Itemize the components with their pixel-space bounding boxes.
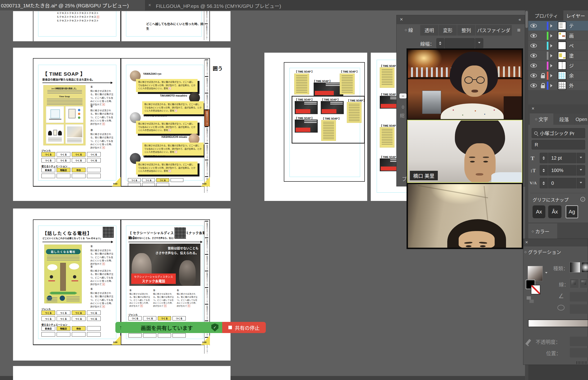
document-tab-active[interactable]: 0200713_1Mたたき台.ai* @ 25% (RGB/GPU プレビュー)	[0, 0, 145, 10]
layer-row[interactable]: 画	[528, 31, 588, 41]
chevron-right-icon[interactable]	[550, 54, 554, 57]
layer-row[interactable]: ペ	[528, 41, 588, 51]
layer-row[interactable]: 余	[528, 71, 588, 81]
visibility-toggle[interactable]	[528, 83, 539, 88]
stop-share-button[interactable]: 共有の停止	[222, 322, 266, 333]
chevron-right-icon[interactable]	[550, 64, 554, 67]
layer-name[interactable]: 画	[569, 32, 574, 39]
tab-pathfinder[interactable]: パスファインダ	[476, 25, 512, 36]
participant-video-2[interactable]: 橋口 美里	[407, 120, 522, 183]
chevron-right-icon[interactable]	[550, 44, 554, 47]
artboard-partial[interactable]	[13, 366, 230, 380]
tab-gradient[interactable]: ◇グラデーション	[525, 247, 561, 257]
tab-stroke[interactable]: ◇線	[398, 24, 420, 36]
vertical-scale-dropdown[interactable]	[577, 165, 585, 175]
panel-resize-grip[interactable]	[576, 361, 588, 364]
snap-xheight-button[interactable]: Âx	[548, 205, 561, 218]
tab-properties[interactable]: プロパティ	[532, 10, 561, 21]
chevron-right-icon[interactable]	[550, 24, 554, 28]
zoom-video-window[interactable]: 橋口 美里	[407, 48, 523, 249]
stepper-up-icon[interactable]	[542, 155, 545, 158]
tab-character[interactable]: ◇文字	[530, 114, 553, 125]
document-tab-inactive[interactable]: FILLGOUA_HP.eps @ 56.31% (CMYK/GPU プレビュー…	[156, 2, 281, 9]
layer-name[interactable]: ペ	[569, 42, 574, 49]
lock-toggle[interactable]	[539, 73, 547, 78]
close-icon[interactable]: ×	[525, 240, 528, 245]
tab-transform[interactable]: 変形	[439, 25, 457, 36]
glasses-right	[476, 76, 485, 84]
visibility-toggle[interactable]	[528, 24, 539, 28]
participant-video-3[interactable]	[408, 184, 522, 248]
close-icon[interactable]: ×	[400, 17, 403, 22]
gradient-swatch-dropdown-icon[interactable]	[545, 272, 548, 275]
layer-name[interactable]: ジ	[569, 62, 574, 69]
tab-color[interactable]: ◇カラー	[528, 224, 557, 239]
tracking-stepper[interactable]	[540, 178, 548, 188]
layer-name[interactable]: 外	[569, 82, 574, 89]
font-style-field[interactable]: R	[532, 140, 585, 150]
stroke-width-dropdown[interactable]	[475, 38, 483, 48]
artboard-denchu[interactable]: 【話したくなる電柱】 どこにいくにもこれから必要となってくる「1m のキョリ」 …	[13, 209, 230, 361]
font-size-dropdown[interactable]	[577, 153, 585, 163]
visibility-toggle[interactable]	[528, 54, 539, 58]
layer-name[interactable]: 塗	[569, 52, 574, 59]
genre-tag: つくる	[57, 152, 70, 156]
collapse-icon[interactable]: «	[519, 17, 521, 22]
font-family-field[interactable]: 小塚ゴシック Pr	[532, 128, 585, 138]
reverse-gradient-icon-2[interactable]	[530, 300, 534, 303]
visibility-toggle[interactable]	[528, 44, 539, 48]
stepper-up-icon[interactable]	[439, 40, 441, 43]
tracking-dropdown[interactable]	[577, 178, 585, 188]
close-icon[interactable]: ×	[532, 106, 535, 111]
tab-transparency[interactable]: 透明	[420, 25, 438, 36]
tab-paragraph[interactable]: 段落	[554, 114, 574, 125]
artboard-collage[interactable]: 【 TIME SOAP 】 【 TIME SOAP 】 【 TIME SOAP …	[264, 53, 367, 201]
layer-row[interactable]: 外	[528, 81, 588, 91]
gradient-swatch[interactable]	[528, 266, 543, 281]
stepper-down-icon[interactable]	[439, 44, 441, 46]
stepper-down-icon[interactable]	[542, 184, 545, 186]
panel-menu-icon[interactable]: ≡	[517, 28, 520, 33]
linear-gradient-button[interactable]	[570, 262, 580, 273]
stepper-up-icon[interactable]	[542, 168, 545, 170]
layer-row[interactable]: テ	[528, 21, 588, 31]
tab-layers[interactable]: レイヤー	[563, 10, 588, 21]
chevron-right-icon[interactable]	[550, 74, 554, 77]
visibility-toggle[interactable]	[528, 64, 539, 68]
vertical-scale-stepper[interactable]	[540, 165, 548, 175]
participant-video-1[interactable]	[408, 50, 522, 119]
info-icon[interactable]: i	[580, 197, 585, 202]
artboard-timesoap[interactable]: 【 TIME SOAP 】 飲食店の廃油が新たな商品に生まれ変わる。 1m の瞬…	[13, 48, 230, 201]
lock-toggle[interactable]	[539, 83, 547, 88]
artboard-top[interactable]: 4.テキストテキストテキストテキスト 5.テキストテキストテキストテキス+ 6.…	[13, 11, 230, 41]
snap-glyph-bounds-button[interactable]: Ag	[566, 205, 578, 218]
snap-baseline-button[interactable]: Ax	[533, 205, 545, 218]
visibility-toggle[interactable]	[528, 74, 539, 77]
scrollbar-thumb[interactable]	[525, 11, 528, 28]
stroke-width-stepper[interactable]	[436, 38, 444, 48]
layer-row[interactable]: 塗	[528, 51, 588, 61]
font-size-stepper[interactable]	[540, 153, 548, 163]
minimize-button[interactable]: –	[399, 94, 407, 98]
layer-name[interactable]: 余	[569, 72, 574, 79]
stepper-up-icon[interactable]	[542, 180, 545, 183]
stroke-width-input[interactable]	[444, 38, 475, 48]
stroke-proxy-none-swatch[interactable]	[531, 285, 540, 294]
stepper-down-icon[interactable]	[542, 158, 545, 161]
radial-gradient-button[interactable]	[582, 262, 588, 273]
vertical-scale-field[interactable]: 100%	[548, 165, 576, 175]
stepper-down-icon[interactable]	[542, 171, 545, 173]
layer-name[interactable]: テ	[569, 22, 574, 29]
gradient-slider[interactable]	[528, 320, 588, 327]
chevron-right-icon[interactable]	[550, 84, 554, 87]
chevron-right-icon[interactable]	[550, 34, 554, 38]
situation-tag-empty	[72, 332, 86, 337]
reverse-gradient-icon[interactable]	[527, 296, 531, 300]
close-tab-icon[interactable]: ×	[148, 2, 151, 8]
visibility-toggle[interactable]	[528, 34, 539, 38]
tab-opentype[interactable]: Open	[575, 114, 588, 125]
tracking-field[interactable]: 0	[548, 178, 576, 188]
layer-row[interactable]: ジ	[528, 61, 588, 71]
tab-align[interactable]: 整列	[457, 25, 475, 36]
font-size-field[interactable]: 12 pt	[548, 153, 576, 163]
